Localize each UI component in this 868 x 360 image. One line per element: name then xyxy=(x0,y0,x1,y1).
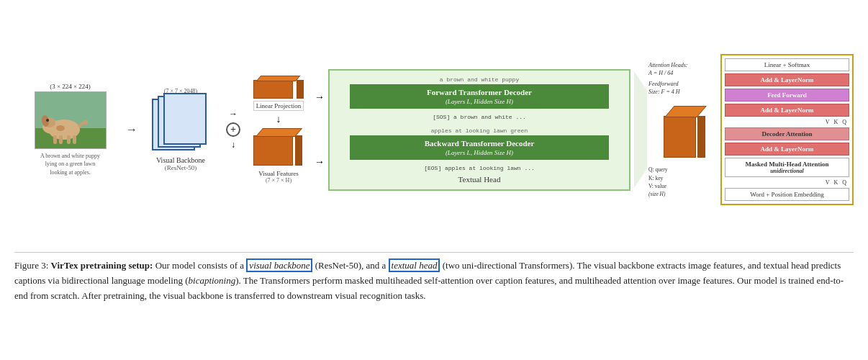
vis-feat-sublabel: (7 × 7 × H) xyxy=(266,177,291,184)
visual-features-box xyxy=(253,128,304,168)
svg-rect-9 xyxy=(59,135,63,144)
transformer-detail-panel: Linear + Softmax Add & LayerNorm Feed Fo… xyxy=(720,54,854,205)
vkq-row-top: V K Q xyxy=(725,119,849,125)
feed-forward-block: Feed Forward xyxy=(725,89,849,102)
vkq-row-bottom: V K Q xyxy=(725,179,849,186)
caption-text2: (ResNet-50), and a xyxy=(312,260,388,271)
tokens-forward-out: [SOS] a brown and white ... xyxy=(433,114,526,120)
cnn-box-3 xyxy=(163,93,207,145)
main-container: (3 × 224 × 224) xyxy=(0,0,868,360)
masked-attention-sub: unidirectional xyxy=(728,168,846,174)
dog-image xyxy=(35,91,107,149)
cnn-section: (7 × 7 × 2048) Visual Backbone (ResNet-5… xyxy=(137,88,224,171)
tokens-backward-out: [EOS] apples at looking lawn ... xyxy=(424,165,535,171)
image-section: (3 × 224 × 224) xyxy=(14,83,126,176)
cnn-label: Visual Backbone xyxy=(156,156,205,164)
tokens-backward-in: apples at looking lawn green xyxy=(431,127,528,134)
arrow-2: → + ↓ xyxy=(224,109,243,150)
linear-softmax-block: Linear + Softmax xyxy=(725,58,849,71)
svg-rect-8 xyxy=(53,135,57,144)
plus-circle: + xyxy=(226,122,240,137)
caption-link2: textual head xyxy=(389,258,440,272)
feedforward-label: FeedforwardSize: F = 4 H xyxy=(648,80,680,96)
forward-decoder-box: Forward Transformer Decoder (Layers L, H… xyxy=(350,84,609,109)
linear-proj-box xyxy=(253,76,304,99)
masked-attention-block: Masked Multi-Head Attention unidirection… xyxy=(725,158,849,177)
caption-title: VirTex pretraining setup: xyxy=(51,260,153,271)
textual-head-section: a brown and white puppy Forward Transfor… xyxy=(328,69,630,191)
decoder-attention-block: Decoder Attention xyxy=(725,127,849,140)
diagram-area: (3 × 224 × 224) xyxy=(14,7,854,252)
add-layernorm-2: Add & LayerNorm xyxy=(725,104,849,117)
caption-area: Figure 3: VirTex pretraining setup: Our … xyxy=(14,252,854,303)
qkv-labels: Q: queryK: keyV: value(size H) xyxy=(648,166,667,198)
caption-text: A brown and white puppylying on a green … xyxy=(40,152,100,176)
arrows-to-textual: → → xyxy=(315,65,325,194)
textual-head-label: Textual Head xyxy=(458,175,501,184)
svg-rect-11 xyxy=(73,135,76,144)
projection-section: Linear Projection ↓ Visual Features (7 ×… xyxy=(243,76,315,184)
caption-link1: visual backbone xyxy=(246,258,312,272)
detail-3d-box xyxy=(664,106,705,160)
textual-to-detail-arrows xyxy=(634,58,648,202)
add-layernorm-1: Add & LayerNorm xyxy=(725,73,849,86)
caption-bicaptioning: bicaptioning xyxy=(189,275,236,286)
cnn-sublabel: (ResNet-50) xyxy=(165,164,197,171)
caption-text1: Our model consists of a xyxy=(155,260,247,271)
vis-feat-label: Visual Features xyxy=(258,170,299,177)
svg-point-7 xyxy=(46,119,49,122)
masked-attention-label: Masked Multi-Head Attention xyxy=(728,161,846,168)
dog-svg xyxy=(35,92,107,149)
add-layernorm-3: Add & LayerNorm xyxy=(725,143,849,156)
svg-point-12 xyxy=(56,125,65,131)
attention-label: Attention Heads:A = H / 64 xyxy=(648,61,687,77)
linear-proj-label: Linear Projection xyxy=(253,101,304,111)
word-pos-embed-block: Word + Position Embedding xyxy=(725,188,849,201)
svg-rect-10 xyxy=(67,135,71,144)
backward-decoder-box: Backward Transformer Decoder (Layers L, … xyxy=(350,135,609,160)
detail-labels-section: Attention Heads:A = H / 64 FeedforwardSi… xyxy=(648,61,720,199)
caption-fig-number: Figure 3: xyxy=(14,260,48,271)
image-top-label: (3 × 224 × 224) xyxy=(50,83,91,90)
arrow-1: → xyxy=(126,124,137,135)
tokens-top: a brown and white puppy xyxy=(440,76,519,83)
cnn-block xyxy=(148,96,213,153)
